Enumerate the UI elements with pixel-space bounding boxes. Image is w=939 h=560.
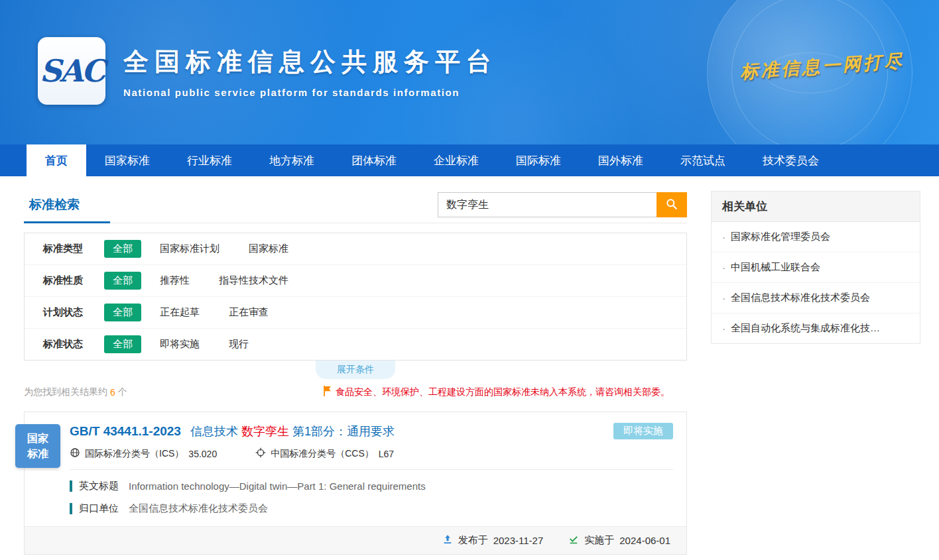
nav-item-industry-standards[interactable]: 行业标准 (168, 144, 251, 176)
implemented-item: 实施于 2024-06-01 (568, 534, 670, 547)
teal-bar (70, 480, 72, 492)
filter-label: 标准状态 (43, 338, 104, 351)
filter-option[interactable]: 指导性技术文件 (219, 274, 288, 287)
notice: 食品安全、环境保护、工程建设方面的国家标准未纳入本系统，请咨询相关部委。 (323, 386, 687, 398)
filter-row-standard-status: 标准状态 全部 即将实施 现行 (25, 329, 686, 360)
sidebar-item-label: 中国机械工业联合会 (731, 261, 820, 274)
related-units-panel: 相关单位 · 国家标准化管理委员会 · 中国机械工业联合会 · 全国信息技术标准… (711, 191, 920, 344)
sac-logo-text: SAC (40, 53, 104, 89)
dept-label: 归口单位 (79, 502, 119, 515)
nav-item-home[interactable]: 首页 (27, 144, 86, 176)
card-footer: 发布于 2023-11-27 实施于 2024-06-01 (25, 526, 686, 554)
filter-option[interactable]: 推荐性 (160, 274, 190, 287)
filter-option[interactable]: 国家标准计划 (160, 243, 219, 255)
nav-item-national-standards[interactable]: 国家标准 (86, 144, 168, 176)
teal-bar (70, 503, 72, 514)
filter-label: 标准类型 (43, 243, 104, 255)
site-title: 全国标准信息公共服务平台 (123, 45, 497, 79)
search-group (438, 192, 687, 217)
filter-option[interactable]: 正在审查 (229, 306, 269, 319)
filter-row-plan-status: 计划状态 全部 正在起草 正在审查 (25, 297, 686, 329)
card-body: GB/T 43441.1-2023 信息技术 数字孪生 第1部分：通用要求 即将… (25, 412, 686, 460)
standard-code-link[interactable]: GB/T 43441.1-2023 (70, 424, 181, 439)
content-area: 标准检索 标准类型 全部 国家标准计划 国家标准 标准性质 全部 (0, 176, 939, 555)
sidebar-item-label: 国家标准化管理委员会 (731, 231, 830, 243)
standard-result-card: 国家 标准 GB/T 43441.1-2023 信息技术 数字孪生 第1部分：通… (24, 412, 687, 555)
main-column: 标准检索 标准类型 全部 国家标准计划 国家标准 标准性质 全部 (24, 191, 687, 555)
title-pre: 信息技术 (190, 425, 238, 438)
filter-label: 标准性质 (43, 274, 104, 287)
card-meta-row: 国际标准分类号（ICS） 35.020 中国标准分类号（CCS） L67 (70, 447, 673, 460)
ccs-meta: 中国标准分类号（CCS） L67 (255, 447, 394, 460)
results-summary-suffix: 个 (118, 386, 127, 398)
nav-item-international-standards[interactable]: 国际标准 (497, 144, 580, 176)
sidebar-item-sac[interactable]: · 国家标准化管理委员会 (712, 222, 920, 252)
ccs-label: 中国标准分类号（CCS） (271, 448, 374, 460)
english-title-value: Information technology—Digital twin—Part… (129, 480, 426, 492)
filter-panel: 标准类型 全部 国家标准计划 国家标准 标准性质 全部 推荐性 指导性技术文件 … (24, 233, 687, 361)
filter-option[interactable]: 国家标准 (249, 243, 288, 255)
english-title-row: 英文标题 Information technology—Digital twin… (70, 480, 673, 492)
search-section: 标准检索 (24, 191, 687, 223)
filter-all-button[interactable]: 全部 (104, 272, 141, 290)
english-title-label: 英文标题 (79, 480, 119, 492)
filter-option[interactable]: 现行 (229, 338, 249, 351)
ics-value: 35.020 (188, 449, 217, 459)
national-standard-badge: 国家 标准 (15, 424, 60, 468)
sidebar-item-label: 全国信息技术标准化技术委员会 (731, 292, 870, 304)
title-highlight: 数字孪生 (241, 425, 289, 438)
nav-item-enterprise-standards[interactable]: 企业标准 (415, 144, 497, 176)
publish-icon (442, 534, 453, 547)
bullet: · (722, 262, 725, 273)
nav-item-pilot[interactable]: 示范试点 (662, 144, 744, 176)
badge-line: 国家 (27, 431, 48, 446)
globe-icon (70, 447, 80, 460)
filter-row-standard-type: 标准类型 全部 国家标准计划 国家标准 (25, 233, 686, 265)
dept-row: 归口单位 全国信息技术标准化技术委员会 (70, 502, 673, 515)
card-title-row: GB/T 43441.1-2023 信息技术 数字孪生 第1部分：通用要求 即将… (70, 423, 673, 439)
nav-item-foreign-standards[interactable]: 国外标准 (580, 144, 662, 176)
card-detail-section: 英文标题 Information technology—Digital twin… (25, 480, 686, 515)
section-title-standard-search: 标准检索 (24, 191, 110, 223)
published-item: 发布于 2023-11-27 (442, 534, 544, 547)
search-button[interactable] (657, 192, 687, 217)
filter-all-button[interactable]: 全部 (104, 304, 141, 321)
results-summary-row: 为您找到相关结果约 6 个 食品安全、环境保护、工程建设方面的国家标准未纳入本系… (24, 386, 687, 398)
site-header: SAC 全国标准信息公共服务平台 National public service… (0, 0, 939, 144)
expand-conditions-button[interactable]: 展开条件 (316, 361, 395, 379)
search-input[interactable] (438, 192, 657, 217)
nav-item-local-standards[interactable]: 地方标准 (251, 144, 333, 176)
sac-logo[interactable]: SAC (38, 37, 105, 105)
sidebar-item-automation-committee[interactable]: · 全国自动化系统与集成标准化技… (712, 313, 920, 343)
nav-item-technical-committee[interactable]: 技术委员会 (744, 144, 838, 176)
ics-label: 国际标准分类号（ICS） (85, 448, 184, 460)
implemented-label: 实施于 (584, 534, 614, 547)
filter-option[interactable]: 即将实施 (160, 338, 200, 351)
filter-all-button[interactable]: 全部 (104, 335, 141, 353)
bullet: · (722, 231, 725, 243)
dept-value: 全国信息技术标准化技术委员会 (129, 502, 268, 515)
published-label: 发布于 (458, 534, 488, 547)
filter-row-standard-nature: 标准性质 全部 推荐性 指导性技术文件 (25, 265, 686, 297)
results-count: 6 (110, 387, 115, 398)
status-badge: 即将实施 (613, 423, 673, 439)
bullet: · (722, 292, 725, 304)
sidebar: 相关单位 · 国家标准化管理委员会 · 中国机械工业联合会 · 全国信息技术标准… (711, 191, 920, 344)
published-date: 2023-11-27 (493, 535, 544, 546)
notice-text: 食品安全、环境保护、工程建设方面的国家标准未纳入本系统，请咨询相关部委。 (336, 386, 670, 398)
badge-line: 标准 (27, 446, 48, 461)
expand-wrap: 展开条件 (24, 361, 687, 379)
card-divider (70, 469, 673, 470)
sidebar-item-machinery-federation[interactable]: · 中国机械工业联合会 (712, 252, 920, 283)
standard-title[interactable]: 信息技术 数字孪生 第1部分：通用要求 (190, 423, 395, 439)
site-subtitle: National public service platform for sta… (123, 87, 497, 98)
related-units-title: 相关单位 (712, 192, 920, 222)
sidebar-item-label: 全国自动化系统与集成标准化技… (731, 322, 880, 335)
ics-meta: 国际标准分类号（ICS） 35.020 (70, 447, 217, 460)
nav-item-group-standards[interactable]: 团体标准 (333, 144, 415, 176)
filter-all-button[interactable]: 全部 (104, 240, 141, 258)
site-title-block: 全国标准信息公共服务平台 National public service pla… (123, 45, 497, 98)
search-icon (665, 197, 678, 213)
filter-option[interactable]: 正在起草 (160, 306, 200, 319)
sidebar-item-it-standards-committee[interactable]: · 全国信息技术标准化技术委员会 (712, 283, 920, 313)
